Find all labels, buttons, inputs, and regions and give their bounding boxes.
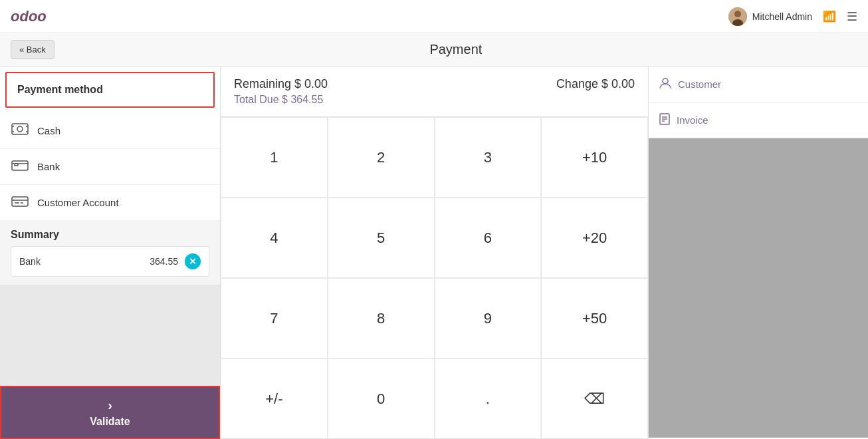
- bank-icon: [11, 158, 29, 175]
- user-name: Mitchell Admin: [752, 11, 812, 22]
- numpad-8[interactable]: 8: [328, 278, 435, 359]
- svg-point-1: [734, 11, 741, 17]
- customer-icon: [659, 77, 671, 91]
- svg-point-4: [17, 126, 23, 132]
- payment-method-cash[interactable]: Cash: [0, 113, 220, 149]
- numpad-plus10[interactable]: +10: [541, 117, 648, 198]
- payment-method-bank[interactable]: Bank: [0, 149, 220, 185]
- numpad: 1 2 3 +10 4 5 6 +20 7 8 9 +50 +/- 0 . ⌫: [221, 117, 648, 439]
- remaining-display: Remaining $ 0.00: [234, 77, 328, 91]
- header-bar: « Back Payment: [0, 33, 868, 67]
- numpad-9[interactable]: 9: [435, 278, 542, 359]
- summary-section: Summary Bank 364.55 ✕: [0, 221, 220, 285]
- summary-row-amount: 364.55: [150, 256, 178, 267]
- numpad-4[interactable]: 4: [221, 198, 328, 278]
- amount-col-left: Remaining $ 0.00 Total Due $ 364.55: [234, 77, 328, 106]
- summary-row: Bank 364.55 ✕: [11, 246, 209, 277]
- numpad-plus20[interactable]: +20: [541, 198, 648, 278]
- numpad-6[interactable]: 6: [435, 198, 542, 278]
- invoice-label: Invoice: [677, 114, 708, 126]
- numpad-plus50[interactable]: +50: [541, 278, 648, 359]
- validate-arrow-icon: ›: [108, 398, 112, 413]
- remove-summary-button[interactable]: ✕: [185, 253, 201, 269]
- validate-label: Validate: [90, 416, 130, 428]
- numpad-5[interactable]: 5: [328, 198, 435, 278]
- page-title: Payment: [54, 42, 857, 57]
- wifi-icon: 📶: [823, 10, 836, 23]
- numpad-7[interactable]: 7: [221, 278, 328, 359]
- customer-account-label: Customer Account: [37, 197, 119, 208]
- avatar: [728, 7, 747, 26]
- svg-rect-12: [12, 197, 28, 206]
- numpad-backspace[interactable]: ⌫: [541, 359, 648, 439]
- change-display: Change $ 0.00: [556, 77, 635, 91]
- summary-row-right: 364.55 ✕: [150, 253, 201, 269]
- sidebar: Payment method Cash: [0, 67, 221, 439]
- customer-account-icon: [11, 194, 29, 211]
- right-panel-bg: [649, 138, 868, 438]
- back-button[interactable]: « Back: [11, 40, 54, 59]
- total-due-display: Total Due $ 364.55: [234, 94, 328, 106]
- payment-method-header: Payment method: [5, 72, 215, 108]
- cash-icon: [11, 122, 29, 139]
- numpad-dot[interactable]: .: [435, 359, 542, 439]
- nav-right: Mitchell Admin 📶 ☰: [728, 7, 857, 26]
- customer-label: Customer: [678, 78, 721, 90]
- amount-display: Remaining $ 0.00 Total Due $ 364.55 Chan…: [221, 67, 648, 117]
- payment-method-list: Cash Bank: [0, 113, 220, 221]
- main-layout: Payment method Cash: [0, 67, 868, 439]
- center-area: Remaining $ 0.00 Total Due $ 364.55 Chan…: [221, 67, 649, 439]
- back-label: « Back: [19, 45, 46, 55]
- svg-rect-3: [12, 124, 28, 134]
- odoo-logo: odoo: [11, 8, 47, 25]
- numpad-0[interactable]: 0: [328, 359, 435, 439]
- invoice-icon: [659, 113, 670, 127]
- summary-row-label: Bank: [19, 256, 41, 267]
- numpad-1[interactable]: 1: [221, 117, 328, 198]
- bank-label: Bank: [37, 161, 60, 172]
- numpad-plusminus[interactable]: +/-: [221, 359, 328, 439]
- summary-title: Summary: [11, 229, 209, 241]
- payment-method-customer-account[interactable]: Customer Account: [0, 185, 220, 221]
- user-info: Mitchell Admin: [728, 7, 812, 26]
- customer-button[interactable]: Customer: [649, 67, 868, 102]
- validate-button[interactable]: › Validate: [0, 386, 220, 439]
- menu-icon[interactable]: ☰: [847, 9, 857, 24]
- invoice-button[interactable]: Invoice: [649, 102, 868, 138]
- top-nav: odoo Mitchell Admin 📶 ☰: [0, 0, 868, 33]
- svg-point-16: [663, 78, 668, 84]
- cash-label: Cash: [37, 125, 60, 136]
- numpad-2[interactable]: 2: [328, 117, 435, 198]
- sidebar-empty: [0, 285, 220, 386]
- numpad-3[interactable]: 3: [435, 117, 542, 198]
- right-panel: Customer Invoice: [649, 67, 868, 439]
